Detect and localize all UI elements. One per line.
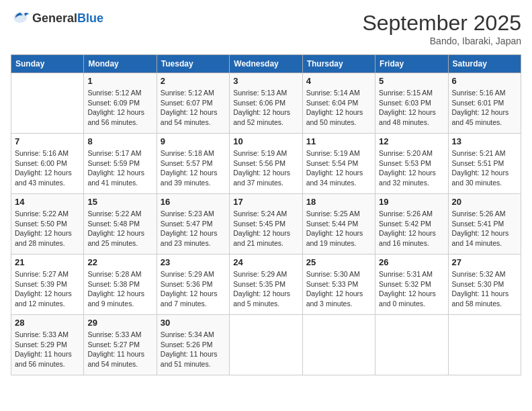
day-info: Sunrise: 5:27 AMSunset: 5:39 PMDaylight:… [15,269,80,309]
calendar-cell [375,315,448,375]
day-number: 7 [15,136,80,146]
day-number: 9 [161,136,226,146]
day-info: Sunrise: 5:12 AMSunset: 6:07 PMDaylight:… [161,88,226,128]
calendar-cell: 6Sunrise: 5:16 AMSunset: 6:01 PMDaylight… [448,73,521,134]
column-header-monday: Monday [84,55,157,73]
column-header-tuesday: Tuesday [157,55,229,73]
day-info: Sunrise: 5:22 AMSunset: 5:48 PMDaylight:… [87,209,152,248]
day-info: Sunrise: 5:33 AMSunset: 5:29 PMDaylight:… [15,330,80,369]
calendar-cell: 19Sunrise: 5:26 AMSunset: 5:42 PMDayligh… [375,194,448,255]
day-info: Sunrise: 5:33 AMSunset: 5:27 PMDaylight:… [87,330,152,369]
day-number: 20 [452,197,517,207]
day-info: Sunrise: 5:21 AMSunset: 5:51 PMDaylight:… [452,148,517,188]
calendar-cell: 17Sunrise: 5:24 AMSunset: 5:45 PMDayligh… [230,194,302,255]
day-number: 18 [306,197,371,207]
calendar-cell [448,315,521,375]
calendar-cell: 11Sunrise: 5:19 AMSunset: 5:54 PMDayligh… [302,134,375,194]
calendar-table: SundayMondayTuesdayWednesdayThursdayFrid… [11,54,521,375]
day-number: 1 [87,76,152,86]
day-number: 27 [452,257,517,267]
day-number: 23 [161,257,226,267]
calendar-week-row: 7Sunrise: 5:16 AMSunset: 6:00 PMDaylight… [11,134,521,194]
calendar-cell: 29Sunrise: 5:33 AMSunset: 5:27 PMDayligh… [84,315,157,375]
day-number: 11 [306,136,371,146]
day-number: 15 [87,197,152,207]
day-number: 22 [87,257,152,267]
column-header-friday: Friday [375,55,448,73]
calendar-cell: 2Sunrise: 5:12 AMSunset: 6:07 PMDaylight… [157,73,229,134]
calendar-header-row: SundayMondayTuesdayWednesdayThursdayFrid… [11,55,521,73]
logo-text: GeneralBlue [32,11,103,26]
day-info: Sunrise: 5:29 AMSunset: 5:36 PMDaylight:… [161,269,226,309]
logo-general: General [32,11,77,25]
day-info: Sunrise: 5:25 AMSunset: 5:44 PMDaylight:… [306,209,371,248]
day-number: 24 [233,257,298,267]
logo-bird-icon [11,11,30,26]
calendar-week-row: 21Sunrise: 5:27 AMSunset: 5:39 PMDayligh… [11,255,521,315]
day-info: Sunrise: 5:14 AMSunset: 6:04 PMDaylight:… [306,88,371,128]
calendar-cell: 22Sunrise: 5:28 AMSunset: 5:38 PMDayligh… [84,255,157,315]
calendar-cell: 1Sunrise: 5:12 AMSunset: 6:09 PMDaylight… [84,73,157,134]
calendar-cell: 20Sunrise: 5:26 AMSunset: 5:41 PMDayligh… [448,194,521,255]
location-subtitle: Bando, Ibaraki, Japan [362,36,521,46]
day-number: 30 [161,318,226,328]
day-number: 29 [87,318,152,328]
day-info: Sunrise: 5:26 AMSunset: 5:42 PMDaylight:… [379,209,444,248]
day-info: Sunrise: 5:28 AMSunset: 5:38 PMDaylight:… [87,269,152,309]
day-info: Sunrise: 5:15 AMSunset: 6:03 PMDaylight:… [379,88,444,128]
title-block: September 2025 Bando, Ibaraki, Japan [362,11,521,46]
day-info: Sunrise: 5:12 AMSunset: 6:09 PMDaylight:… [87,88,152,128]
calendar-week-row: 14Sunrise: 5:22 AMSunset: 5:50 PMDayligh… [11,194,521,255]
calendar-week-row: 1Sunrise: 5:12 AMSunset: 6:09 PMDaylight… [11,73,521,134]
day-number: 25 [306,257,371,267]
calendar-cell: 10Sunrise: 5:19 AMSunset: 5:56 PMDayligh… [230,134,302,194]
day-number: 26 [379,257,444,267]
day-number: 6 [452,76,517,86]
calendar-cell: 5Sunrise: 5:15 AMSunset: 6:03 PMDaylight… [375,73,448,134]
day-info: Sunrise: 5:23 AMSunset: 5:47 PMDaylight:… [161,209,226,248]
calendar-cell: 28Sunrise: 5:33 AMSunset: 5:29 PMDayligh… [11,315,84,375]
day-info: Sunrise: 5:34 AMSunset: 5:26 PMDaylight:… [161,330,226,369]
day-number: 13 [452,136,517,146]
day-info: Sunrise: 5:13 AMSunset: 6:06 PMDaylight:… [233,88,298,128]
day-info: Sunrise: 5:17 AMSunset: 5:59 PMDaylight:… [87,148,152,188]
calendar-cell: 4Sunrise: 5:14 AMSunset: 6:04 PMDaylight… [302,73,375,134]
logo-blue: Blue [77,11,103,25]
calendar-cell [302,315,375,375]
day-info: Sunrise: 5:31 AMSunset: 5:32 PMDaylight:… [379,269,444,309]
day-number: 16 [161,197,226,207]
calendar-cell: 12Sunrise: 5:20 AMSunset: 5:53 PMDayligh… [375,134,448,194]
day-info: Sunrise: 5:19 AMSunset: 5:54 PMDaylight:… [306,148,371,188]
day-info: Sunrise: 5:29 AMSunset: 5:35 PMDaylight:… [233,269,298,309]
calendar-cell: 14Sunrise: 5:22 AMSunset: 5:50 PMDayligh… [11,194,84,255]
month-year-title: September 2025 [362,11,521,36]
calendar-cell: 21Sunrise: 5:27 AMSunset: 5:39 PMDayligh… [11,255,84,315]
calendar-cell: 7Sunrise: 5:16 AMSunset: 6:00 PMDaylight… [11,134,84,194]
calendar-cell: 26Sunrise: 5:31 AMSunset: 5:32 PMDayligh… [375,255,448,315]
day-number: 3 [233,76,298,86]
day-number: 17 [233,197,298,207]
day-info: Sunrise: 5:18 AMSunset: 5:57 PMDaylight:… [161,148,226,188]
day-number: 28 [15,318,80,328]
calendar-cell: 24Sunrise: 5:29 AMSunset: 5:35 PMDayligh… [230,255,302,315]
day-number: 2 [161,76,226,86]
column-header-wednesday: Wednesday [230,55,302,73]
calendar-cell: 18Sunrise: 5:25 AMSunset: 5:44 PMDayligh… [302,194,375,255]
day-info: Sunrise: 5:19 AMSunset: 5:56 PMDaylight:… [233,148,298,188]
day-number: 19 [379,197,444,207]
calendar-cell: 3Sunrise: 5:13 AMSunset: 6:06 PMDaylight… [230,73,302,134]
day-number: 4 [306,76,371,86]
calendar-cell: 9Sunrise: 5:18 AMSunset: 5:57 PMDaylight… [157,134,229,194]
column-header-thursday: Thursday [302,55,375,73]
calendar-cell: 15Sunrise: 5:22 AMSunset: 5:48 PMDayligh… [84,194,157,255]
day-number: 10 [233,136,298,146]
calendar-cell [230,315,302,375]
calendar-cell: 13Sunrise: 5:21 AMSunset: 5:51 PMDayligh… [448,134,521,194]
day-number: 14 [15,197,80,207]
day-info: Sunrise: 5:16 AMSunset: 6:01 PMDaylight:… [452,88,517,128]
calendar-cell: 8Sunrise: 5:17 AMSunset: 5:59 PMDaylight… [84,134,157,194]
day-number: 8 [87,136,152,146]
day-info: Sunrise: 5:22 AMSunset: 5:50 PMDaylight:… [15,209,80,248]
day-number: 21 [15,257,80,267]
calendar-cell [11,73,84,134]
